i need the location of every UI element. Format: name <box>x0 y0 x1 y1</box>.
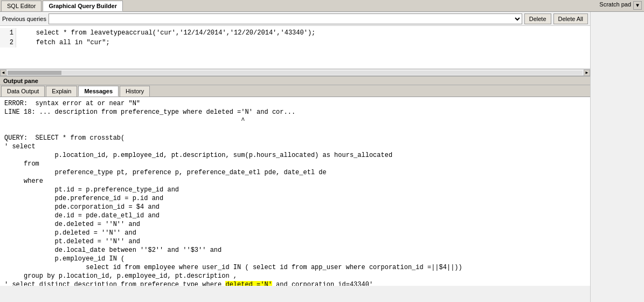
hscroll-left-btn[interactable]: ◀ <box>0 70 6 76</box>
previous-queries-select[interactable] <box>49 13 522 24</box>
line22-prefix: ' select distinct description from prefe… <box>4 281 225 286</box>
right-panel <box>590 12 644 302</box>
hscroll-track[interactable] <box>8 71 583 75</box>
hscroll-right-btn[interactable]: ▶ <box>584 70 590 76</box>
output-tabs: Data Output Explain Messages History <box>0 85 590 97</box>
previous-queries-bar: Previous queries Delete Delete All <box>0 12 590 26</box>
sql-lines: select * from leavetypeaccrual('cur','12… <box>16 28 320 47</box>
scratch-pad-label: Scratch pad <box>599 1 631 8</box>
tab-messages[interactable]: Messages <box>78 86 119 97</box>
messages-area: ERROR: syntax error at or near "N" LINE … <box>0 97 590 286</box>
main-container: Previous queries Delete Delete All 1 2 s… <box>0 12 644 302</box>
tab-sql-editor[interactable]: SQL Editor <box>1 1 41 11</box>
highlight-deleted-n: deleted ='N' <box>225 281 272 286</box>
sql-editor-hscroll[interactable]: ◀ ▶ <box>0 69 590 76</box>
delete-button[interactable]: Delete <box>524 13 551 24</box>
left-panel: Previous queries Delete Delete All 1 2 s… <box>0 12 590 302</box>
output-pane-label: Output pane <box>0 76 590 85</box>
line22-suffix: and corporation_id=43340' <box>272 281 373 286</box>
line-num-1: 1 <box>2 28 13 38</box>
tab-history[interactable]: History <box>120 86 150 97</box>
top-tab-bar: SQL Editor Graphical Query Builder Scrat… <box>0 0 644 12</box>
hscroll-thumb <box>8 71 61 75</box>
tab-data-output[interactable]: Data Output <box>1 86 45 97</box>
previous-queries-label: Previous queries <box>2 16 46 22</box>
line-num-2: 2 <box>2 38 13 47</box>
line-numbers: 1 2 <box>0 28 16 47</box>
sql-editor[interactable]: 1 2 select * from leavetypeaccrual('cur'… <box>0 26 590 69</box>
tab-explain[interactable]: Explain <box>46 86 77 97</box>
sql-content: 1 2 select * from leavetypeaccrual('cur'… <box>0 26 590 50</box>
tab-dropdown-btn[interactable]: ▼ <box>633 1 642 10</box>
delete-all-button[interactable]: Delete All <box>553 13 588 24</box>
tab-graphical-query-builder[interactable]: Graphical Query Builder <box>43 1 123 11</box>
